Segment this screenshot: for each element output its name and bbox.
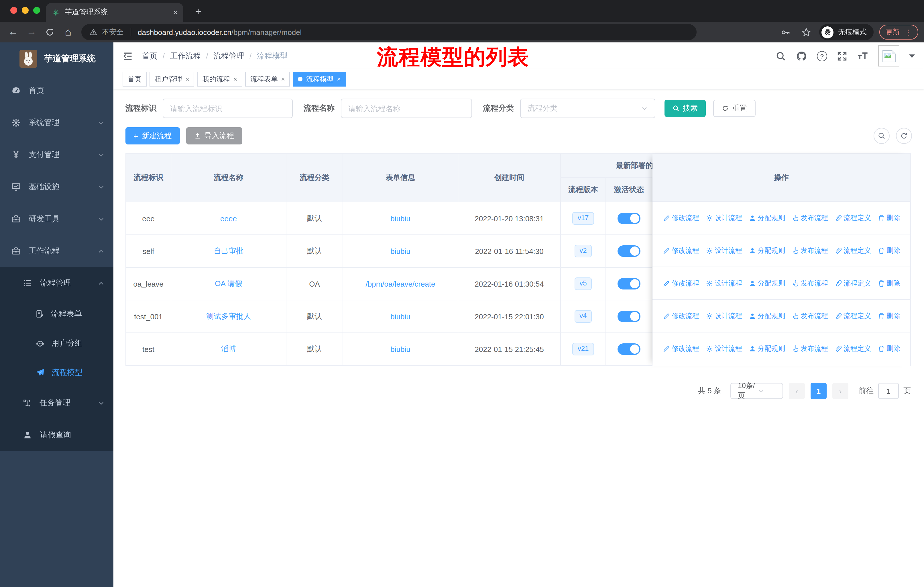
active-toggle[interactable] (617, 213, 640, 224)
back-button[interactable]: ← (6, 25, 21, 40)
tag-tenant-manage[interactable]: 租户管理 × (150, 72, 195, 86)
action-edit-model[interactable]: 修改流程 (663, 246, 699, 255)
action-assign-rule[interactable]: 分配规则 (748, 246, 785, 255)
action-edit-model[interactable]: 修改流程 (663, 344, 699, 354)
search-icon[interactable] (776, 51, 786, 61)
tag-process-model[interactable]: 流程模型 × (293, 72, 346, 86)
action-design-model[interactable]: 设计流程 (705, 278, 742, 288)
model-name-link[interactable]: 自己审批 (214, 246, 243, 256)
version-badge[interactable]: v17 (573, 212, 594, 225)
action-process-definition[interactable]: 流程定义 (834, 213, 871, 223)
action-process-definition[interactable]: 流程定义 (834, 246, 871, 255)
category-select[interactable]: 流程分类 (520, 99, 655, 118)
action-process-definition[interactable]: 流程定义 (834, 278, 871, 288)
active-toggle[interactable] (617, 311, 640, 322)
update-button[interactable]: 更新 ⋮ (879, 25, 918, 40)
active-toggle[interactable] (617, 278, 640, 289)
model-name-link[interactable]: 滔博 (221, 344, 236, 354)
action-delete-model[interactable]: 删除 (877, 213, 900, 223)
action-assign-rule[interactable]: 分配规则 (748, 344, 785, 354)
active-toggle[interactable] (617, 245, 640, 257)
action-delete-model[interactable]: 删除 (877, 344, 900, 354)
sidebar-item-infrastructure[interactable]: 基础设施 (0, 171, 114, 203)
action-design-model[interactable]: 设计流程 (705, 344, 742, 354)
current-page[interactable]: 1 (810, 383, 827, 399)
action-publish-model[interactable]: 发布流程 (791, 213, 828, 223)
chevron-down-icon[interactable] (909, 54, 915, 58)
model-name-link[interactable]: 测试多审批人 (206, 311, 251, 322)
tag-close-icon[interactable]: × (337, 76, 341, 83)
action-publish-model[interactable]: 发布流程 (791, 278, 828, 288)
action-design-model[interactable]: 设计流程 (705, 311, 742, 321)
security-label[interactable]: 不安全 (102, 27, 124, 37)
model-name-input[interactable] (341, 99, 472, 118)
form-info-link[interactable]: /bpm/oa/leave/create (366, 279, 436, 288)
action-design-model[interactable]: 设计流程 (705, 213, 742, 223)
model-name-link[interactable]: eeee (220, 214, 237, 223)
sidebar-item-system[interactable]: 系统管理 (0, 107, 114, 139)
version-badge[interactable]: v5 (574, 278, 592, 290)
breadcrumb-workflow[interactable]: 工作流程 (170, 51, 201, 61)
page-size-select[interactable]: 10条/页 (730, 383, 783, 399)
sidebar-item-leave-query[interactable]: 请假查询 (0, 419, 114, 451)
reload-button[interactable] (42, 25, 57, 40)
action-process-definition[interactable]: 流程定义 (834, 344, 871, 354)
browser-menu-icon[interactable]: ⋮ (904, 28, 912, 36)
sidebar-item-payment[interactable]: ¥ 支付管理 (0, 139, 114, 171)
sidebar-item-home[interactable]: 首页 (0, 74, 114, 107)
fullscreen-icon[interactable] (837, 51, 847, 61)
action-design-model[interactable]: 设计流程 (705, 246, 742, 255)
minimize-window-button[interactable] (22, 7, 29, 14)
form-info-link[interactable]: biubiu (390, 214, 410, 223)
reset-button[interactable]: 重置 (713, 100, 756, 117)
tag-close-icon[interactable]: × (186, 76, 189, 83)
new-tab-button[interactable]: + (191, 5, 205, 18)
action-publish-model[interactable]: 发布流程 (791, 311, 828, 321)
version-badge[interactable]: v21 (573, 343, 594, 355)
sidebar-item-task-manage[interactable]: 任务管理 (0, 387, 114, 419)
model-key-input[interactable] (163, 99, 293, 118)
bookmark-star-icon[interactable] (799, 25, 813, 40)
tag-close-icon[interactable]: × (233, 76, 237, 83)
next-page-button[interactable]: › (832, 383, 848, 399)
action-delete-model[interactable]: 删除 (877, 311, 900, 321)
active-toggle[interactable] (617, 343, 640, 355)
import-model-button[interactable]: 导入流程 (186, 127, 242, 144)
home-button[interactable]: ⌂ (61, 25, 76, 40)
action-edit-model[interactable]: 修改流程 (663, 213, 699, 223)
tag-my-process[interactable]: 我的流程 × (197, 72, 242, 86)
model-name-link[interactable]: OA 请假 (215, 279, 242, 289)
action-assign-rule[interactable]: 分配规则 (748, 213, 785, 223)
forward-button[interactable]: → (24, 25, 39, 40)
tab-close-icon[interactable]: × (173, 8, 178, 17)
app-logo-row[interactable]: 芋道管理系统 (0, 42, 114, 74)
action-delete-model[interactable]: 删除 (877, 246, 900, 255)
form-info-link[interactable]: biubiu (390, 312, 410, 321)
browser-tab[interactable]: 芋道管理系统 × (46, 3, 183, 22)
goto-page-input[interactable] (878, 383, 899, 399)
key-icon[interactable] (778, 25, 793, 40)
search-button[interactable]: 搜索 (665, 100, 706, 117)
url-bar[interactable]: 不安全 dashboard.yudao.iocoder.cn/bpm/manag… (81, 24, 696, 40)
action-delete-model[interactable]: 删除 (877, 278, 900, 288)
github-icon[interactable] (796, 50, 807, 62)
url-text[interactable]: dashboard.yudao.iocoder.cn/bpm/manager/m… (138, 27, 302, 37)
avatar[interactable] (878, 45, 899, 66)
action-assign-rule[interactable]: 分配规则 (748, 278, 785, 288)
form-info-link[interactable]: biubiu (390, 345, 410, 354)
action-publish-model[interactable]: 发布流程 (791, 344, 828, 354)
action-assign-rule[interactable]: 分配规则 (748, 311, 785, 321)
help-icon[interactable]: ? (817, 51, 827, 61)
tag-process-form[interactable]: 流程表单 × (245, 72, 290, 86)
sidebar-item-dev-tools[interactable]: 研发工具 (0, 203, 114, 235)
action-edit-model[interactable]: 修改流程 (663, 311, 699, 321)
version-badge[interactable]: v2 (574, 245, 592, 257)
collapse-sidebar-icon[interactable] (122, 51, 133, 61)
maximize-window-button[interactable] (33, 7, 40, 14)
breadcrumb-process-manage[interactable]: 流程管理 (213, 51, 244, 61)
sidebar-item-user-group[interactable]: 用户分组 (0, 329, 114, 358)
tag-close-icon[interactable]: × (281, 76, 285, 83)
action-publish-model[interactable]: 发布流程 (791, 246, 828, 255)
create-model-button[interactable]: + 新建流程 (125, 127, 180, 144)
close-window-button[interactable] (10, 7, 17, 14)
